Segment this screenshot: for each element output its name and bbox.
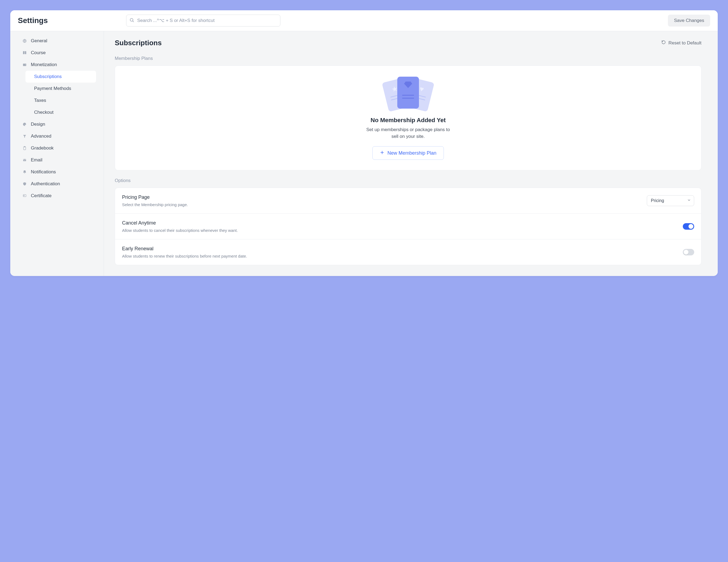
- topbar: Settings Save Changes: [10, 10, 718, 31]
- svg-point-10: [24, 195, 25, 196]
- sidebar-subitem-label: Payment Methods: [34, 86, 71, 91]
- option-row-pricing-page: Pricing PageSelect the Membership pricin…: [115, 188, 701, 214]
- sidebar-group: GeneralCourseMonetizationSubscriptionsPa…: [10, 35, 104, 202]
- option-title: Pricing Page: [122, 194, 188, 200]
- sidebar-item-label: Authentication: [31, 181, 60, 187]
- option-text: Pricing PageSelect the Membership pricin…: [122, 194, 188, 207]
- book-icon: [22, 50, 27, 55]
- search-wrap: [126, 15, 280, 27]
- sidebar-item-label: Gradebook: [31, 145, 54, 151]
- options-label: Options: [115, 178, 701, 183]
- sidebar-item-gradebook[interactable]: Gradebook: [18, 142, 96, 154]
- sidebar-subitem-label: Taxes: [34, 98, 46, 103]
- filter-icon: [22, 134, 27, 139]
- option-title: Early Renewal: [122, 246, 247, 251]
- globe-icon: [22, 38, 27, 43]
- sidebar-item-label: Notifications: [31, 169, 56, 175]
- diamond-icon: [404, 81, 412, 90]
- svg-point-4: [25, 64, 26, 65]
- pricing-page-select[interactable]: Pricing: [647, 195, 694, 206]
- svg-line-1: [133, 21, 133, 22]
- option-desc: Select the Membership pricing page.: [122, 202, 188, 207]
- sidebar-item-monetization[interactable]: Monetization: [18, 59, 96, 71]
- sidebar-subitems-monetization: SubscriptionsPayment MethodsTaxesCheckou…: [18, 71, 96, 118]
- toggle-knob: [684, 250, 688, 254]
- palette-icon: [22, 122, 27, 127]
- plan-card-center-icon: [397, 77, 419, 109]
- main: Subscriptions Reset to Default Membershi…: [104, 31, 718, 276]
- clipboard-icon: [22, 146, 27, 150]
- sidebar-item-course[interactable]: Course: [18, 47, 96, 59]
- sidebar-item-notifications[interactable]: Notifications: [18, 166, 96, 178]
- badge-icon: [22, 193, 27, 198]
- sidebar-item-label: General: [31, 38, 47, 44]
- option-text: Cancel AnytimeAllow students to cancel t…: [122, 220, 238, 233]
- search-input-wrap: [126, 15, 280, 27]
- sidebar-item-label: Advanced: [31, 133, 51, 139]
- option-title: Cancel Anytime: [122, 220, 238, 226]
- reset-icon: [661, 40, 666, 46]
- empty-state-title: No Membership Added Yet: [370, 117, 446, 124]
- cancel-anytime-toggle[interactable]: [683, 223, 694, 230]
- early-renewal-toggle[interactable]: [683, 249, 694, 255]
- sidebar-subitem-subscriptions[interactable]: Subscriptions: [25, 71, 96, 83]
- sidebar-subitem-payment-methods[interactable]: Payment Methods: [25, 83, 96, 94]
- membership-plans-card: ★ ♥ No M: [115, 66, 701, 170]
- search-input[interactable]: [126, 15, 280, 27]
- heart-icon: ♥: [419, 84, 425, 94]
- app-window: Settings Save Changes GeneralCourseMonet…: [10, 10, 718, 276]
- svg-marker-11: [404, 81, 412, 88]
- sidebar-item-label: Course: [31, 50, 46, 55]
- sidebar-item-label: Monetization: [31, 62, 57, 67]
- sidebar-subitem-label: Subscriptions: [34, 74, 62, 79]
- mail-icon: [22, 158, 27, 162]
- body-area: GeneralCourseMonetizationSubscriptionsPa…: [10, 31, 718, 276]
- options-card: Pricing PageSelect the Membership pricin…: [115, 188, 701, 265]
- option-text: Early RenewalAllow students to renew the…: [122, 246, 247, 258]
- save-button[interactable]: Save Changes: [668, 15, 710, 27]
- empty-state-desc: Set up memberships or package plans to s…: [366, 126, 450, 140]
- main-header: Subscriptions Reset to Default: [115, 39, 701, 47]
- select-value[interactable]: Pricing: [647, 195, 694, 206]
- option-row-early-renewal: Early RenewalAllow students to renew the…: [115, 239, 701, 265]
- sidebar-item-email[interactable]: Email: [18, 154, 96, 166]
- sidebar-subitem-label: Checkout: [34, 110, 54, 115]
- page-heading: Settings: [18, 16, 121, 25]
- membership-empty-state: ★ ♥ No M: [124, 74, 693, 161]
- reset-label: Reset to Default: [668, 40, 701, 46]
- sidebar-subitem-taxes[interactable]: Taxes: [25, 94, 96, 106]
- new-membership-plan-button[interactable]: New Membership Plan: [372, 146, 444, 160]
- sidebar-subitem-checkout[interactable]: Checkout: [25, 106, 96, 118]
- svg-marker-5: [23, 135, 26, 138]
- search-icon: [129, 18, 134, 24]
- new-membership-plan-label: New Membership Plan: [387, 150, 436, 156]
- sidebar-item-label: Certificate: [31, 193, 52, 198]
- sidebar-item-label: Design: [31, 122, 45, 127]
- option-desc: Allow students to renew their subscripti…: [122, 254, 247, 258]
- sidebar-item-certificate[interactable]: Certificate: [18, 190, 96, 202]
- reset-to-default-button[interactable]: Reset to Default: [661, 40, 701, 46]
- option-desc: Allow students to cancel their subscript…: [122, 228, 238, 233]
- membership-plans-label: Membership Plans: [115, 56, 701, 61]
- plus-icon: [380, 150, 385, 156]
- page-title: Subscriptions: [115, 39, 162, 47]
- shield-icon: [22, 181, 27, 186]
- sidebar-item-advanced[interactable]: Advanced: [18, 130, 96, 142]
- sidebar: GeneralCourseMonetizationSubscriptionsPa…: [10, 31, 104, 276]
- toggle-knob: [688, 224, 693, 229]
- sidebar-item-authentication[interactable]: Authentication: [18, 178, 96, 190]
- membership-illustration: ★ ♥: [382, 77, 434, 112]
- option-row-cancel-anytime: Cancel AnytimeAllow students to cancel t…: [115, 214, 701, 239]
- sidebar-item-design[interactable]: Design: [18, 118, 96, 130]
- sidebar-item-label: Email: [31, 157, 42, 163]
- bell-icon: [22, 169, 27, 174]
- wallet-icon: [22, 62, 27, 67]
- sidebar-item-general[interactable]: General: [18, 35, 96, 47]
